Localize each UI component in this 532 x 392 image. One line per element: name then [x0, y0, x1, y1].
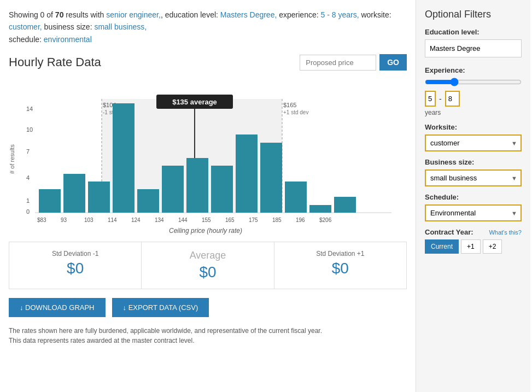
year-buttons: Current +1 +2 — [425, 239, 522, 254]
svg-text:0: 0 — [26, 208, 30, 215]
education-input[interactable] — [425, 39, 522, 57]
business-link[interactable]: small business, — [94, 22, 147, 31]
svg-text:144: 144 — [178, 217, 188, 223]
schedule-link[interactable]: environmental — [44, 35, 92, 44]
chart-title: Hourly Rate Data — [9, 55, 101, 69]
action-buttons: ↓ DOWNLOAD GRAPH ↓ EXPORT DATA (CSV) — [9, 298, 407, 317]
bar-10 — [285, 182, 307, 213]
worksite-wrapper: customer contractor government — [425, 134, 522, 151]
svg-text:175: 175 — [249, 217, 258, 223]
svg-text:$165: $165 — [283, 102, 296, 108]
svg-text:114: 114 — [108, 217, 117, 223]
svg-text:155: 155 — [202, 217, 211, 223]
bar-3 — [113, 103, 135, 213]
business-size-label: Business size: — [425, 158, 522, 166]
exp-prefix: experience: — [277, 10, 320, 19]
std-minus-label: Std Deviation -1 — [17, 250, 133, 258]
schedule-label: Schedule: — [425, 193, 459, 201]
experience-range-row: 5 1234 678 - 8 567 910 — [425, 91, 522, 107]
std-plus-box: Std Deviation +1 $0 — [274, 242, 406, 289]
bar-8 — [236, 134, 258, 213]
svg-text:7: 7 — [26, 148, 30, 155]
sidebar-title: Optional Filters — [425, 9, 522, 20]
worksite-label: Worksite: — [425, 123, 522, 131]
svg-text:165: 165 — [225, 217, 235, 223]
experience-from-select[interactable]: 5 1234 678 — [425, 91, 436, 107]
svg-text:$135 average: $135 average — [172, 98, 217, 106]
proposed-price-input[interactable] — [300, 55, 376, 71]
range-dash: - — [439, 95, 442, 103]
bar-7 — [211, 166, 233, 213]
whats-this-link[interactable]: What's this? — [489, 229, 522, 236]
average-value: $0 — [149, 264, 266, 281]
go-button[interactable]: GO — [379, 54, 407, 71]
svg-text:$83: $83 — [37, 217, 46, 223]
bar-2 — [88, 182, 110, 213]
business-wrapper: small business large business all — [425, 169, 522, 186]
bar-9 — [260, 143, 282, 213]
experience-to-select[interactable]: 8 567 910 — [445, 91, 460, 107]
bar-11 — [309, 205, 331, 213]
svg-text:+1 std dev: +1 std dev — [283, 109, 308, 115]
bar-1 — [63, 174, 85, 213]
education-link[interactable]: Masters Degree, — [220, 10, 277, 19]
schedule-row: Schedule: — [425, 193, 522, 201]
role-link[interactable]: senior engineer, — [106, 10, 161, 19]
bar-0 — [39, 189, 61, 213]
svg-text:$206: $206 — [319, 217, 332, 223]
y-axis-label: # of results — [9, 144, 15, 174]
worksite-select[interactable]: customer contractor government — [425, 134, 522, 151]
stats-row: Std Deviation -1 $0 Average $0 Std Devia… — [9, 242, 407, 289]
showing-prefix: Showing 0 of — [9, 10, 55, 19]
svg-text:10: 10 — [26, 126, 33, 133]
year-plus1-button[interactable]: +1 — [461, 239, 481, 254]
average-box: Average $0 — [142, 242, 274, 289]
showing-suffix: results with — [63, 10, 106, 19]
svg-text:14: 14 — [26, 106, 33, 112]
experience-slider[interactable] — [425, 78, 522, 86]
std-minus-box: Std Deviation -1 $0 — [9, 242, 142, 289]
sidebar: Optional Filters Education level: Experi… — [416, 0, 530, 392]
svg-text:103: 103 — [84, 217, 93, 223]
std-minus-value: $0 — [17, 260, 133, 277]
worksite-link[interactable]: customer, — [9, 22, 42, 31]
bar-chart: # of results 14 10 7 4 1 0 $135 average — [9, 77, 402, 236]
std-plus-label: Std Deviation +1 — [282, 250, 399, 258]
download-graph-button[interactable]: ↓ DOWNLOAD GRAPH — [9, 298, 106, 317]
business-select[interactable]: small business large business all — [425, 169, 522, 186]
chart-container: # of results 14 10 7 4 1 0 $135 average — [9, 77, 407, 237]
bar-4 — [137, 189, 159, 213]
export-data-button[interactable]: ↓ EXPORT DATA (CSV) — [112, 298, 209, 317]
svg-text:4: 4 — [26, 174, 30, 181]
bar-6 — [186, 158, 208, 213]
svg-text:196: 196 — [296, 217, 305, 223]
svg-text:124: 124 — [131, 217, 141, 223]
biz-prefix: business size: — [42, 22, 95, 31]
contract-year-label: Contract Year: — [425, 228, 473, 236]
year-plus2-button[interactable]: +2 — [483, 239, 502, 254]
years-label: years — [425, 109, 522, 116]
education-label: Education level: — [425, 28, 522, 36]
sched-prefix: schedule: — [9, 35, 44, 44]
year-current-button[interactable]: Current — [425, 239, 459, 254]
average-label: Average — [149, 250, 266, 261]
summary-text: Showing 0 of 70 results with senior engi… — [9, 9, 407, 45]
schedule-select[interactable]: Environmental IT Professional Services — [425, 204, 522, 221]
svg-text:Ceiling price (hourly rate): Ceiling price (hourly rate) — [169, 227, 242, 235]
schedule-wrapper: Environmental IT Professional Services — [425, 204, 522, 221]
svg-text:1: 1 — [26, 197, 30, 204]
work-prefix: worksite: — [359, 10, 391, 19]
experience-link[interactable]: 5 - 8 years, — [321, 10, 359, 19]
result-count: 70 — [55, 10, 64, 19]
experience-label: Experience: — [425, 66, 522, 74]
bar-12 — [334, 197, 356, 213]
contract-year-header: Contract Year: What's this? — [425, 228, 522, 236]
svg-text:134: 134 — [155, 217, 164, 223]
edu-prefix: , education level: — [161, 10, 220, 19]
footer-note: The rates shown here are fully burdened,… — [9, 326, 407, 346]
bar-5 — [162, 166, 184, 213]
std-plus-value: $0 — [282, 260, 399, 277]
svg-text:185: 185 — [272, 217, 282, 223]
svg-text:93: 93 — [61, 217, 67, 223]
